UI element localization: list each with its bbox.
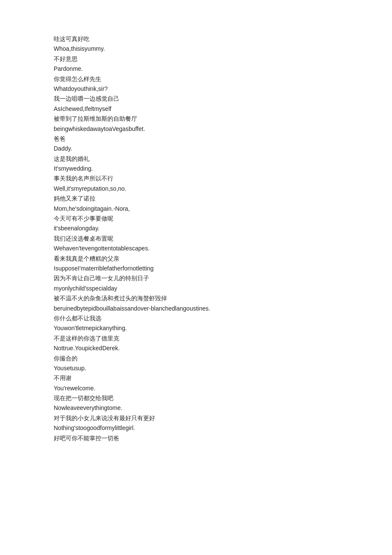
subtitle-line-zh-2: 你觉得怎么样先生 [54,74,338,84]
subtitle-line-en-7: Well,it'smyreputation,so,no. [54,184,338,193]
subtitle-line-zh-8: 妈他又来了诺拉 [54,194,338,203]
subtitle-line-en-2: Whatdoyouthink,sir? [54,84,338,93]
subtitle-line-zh-20: 好吧可你不能掌控一切爸 [54,433,338,443]
subtitle-line-en-0: Whoa,thisisyummy. [54,44,338,53]
subtitle-line-zh-11: 看来我真是个糟糕的父亲 [54,254,338,263]
subtitle-line-en-18: Nowleaveeverythingtome. [54,403,338,413]
subtitle-line-zh-12: 因为不肯让自己唯一女儿的特别日子 [54,273,338,283]
subtitle-line-zh-17: 不用谢 [54,373,338,383]
subtitle-line-en-5: Daddy. [54,144,338,153]
subtitle-line-zh-1: 不好意思 [54,54,338,64]
subtitle-line-en-19: Nothing'stoogoodformylittlegirl. [54,423,338,433]
subtitle-line-en-11: IsupposeI'materriblefatherfornotletting [54,264,338,273]
subtitle-line-zh-9: 今天可有不少事要做呢 [54,214,338,223]
subtitle-line-en-8: Mom,he'sdoingitagain.-Nora, [54,204,338,213]
subtitle-line-zh-16: 你撮合的 [54,354,338,363]
subtitle-line-en-13: beruinedbytepidbouillabaissandover-blanc… [54,304,338,313]
subtitle-line-zh-6: 这是我的婚礼 [54,154,338,163]
subtitle-line-en-14: Youwon'tletmepickanything. [54,323,338,333]
subtitle-line-en-10: Wehaven'tevengottentotablescapes. [54,244,338,253]
subtitle-line-en-1: Pardonme. [54,64,338,73]
subtitle-line-zh-4: 被带到了拉斯维加斯的自助餐厅 [54,114,338,123]
subtitle-line-zh-5: 爸爸 [54,134,338,143]
subtitle-line-en-17: You'rewelcome. [54,384,338,393]
subtitle-content: 哇这可真好吃Whoa,thisisyummy.不好意思Pardonme.你觉得怎… [54,34,338,443]
subtitle-line-en-16: Yousetusup. [54,363,338,373]
subtitle-line-zh-3: 我一边咀嚼一边感觉自己 [54,94,338,103]
subtitle-line-zh-13: 被不温不火的杂鱼汤和煮过头的海螯虾毁掉 [54,293,338,303]
subtitle-line-en-3: AsIchewed,Ifeltmyself [54,104,338,113]
subtitle-line-zh-19: 对于我的小女儿来说没有最好只有更好 [54,413,338,423]
subtitle-line-zh-10: 我们还没选餐桌布置呢 [54,234,338,243]
subtitle-line-zh-14: 你什么都不让我选 [54,314,338,323]
subtitle-line-en-12: myonlychild'sspecialday [54,284,338,293]
subtitle-line-en-9: it'sbeenalongday. [54,224,338,233]
subtitle-line-zh-15: 不是这样的你选了德里克 [54,334,338,343]
subtitle-line-en-6: It'smywedding. [54,164,338,173]
subtitle-line-zh-0: 哇这可真好吃 [54,34,338,44]
subtitle-line-en-15: Nottrue.YoupickedDerek. [54,343,338,353]
subtitle-line-zh-7: 事关我的名声所以不行 [54,174,338,183]
subtitle-line-zh-18: 现在把一切都交给我吧 [54,393,338,403]
subtitle-line-en-4: beingwhiskedawaytoaVegasbuffet. [54,124,338,134]
